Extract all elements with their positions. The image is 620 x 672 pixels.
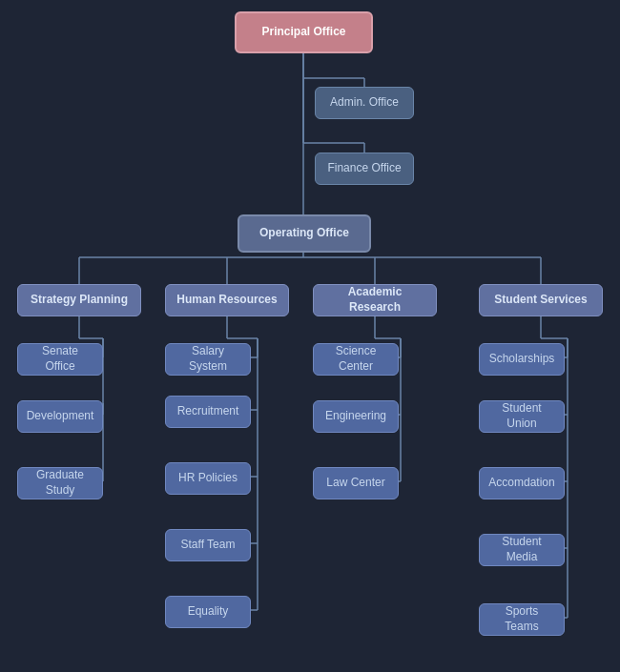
development-label: Development — [27, 409, 94, 424]
hr-policies-label: HR Policies — [178, 471, 238, 486]
student-union-node: Student Union — [479, 400, 565, 433]
academic-dept-node: Academic Research — [313, 284, 437, 316]
strategy-dept-label: Strategy Planning — [31, 293, 128, 308]
scholarships-label: Scholarships — [489, 352, 555, 367]
staff-team-label: Staff Team — [181, 538, 236, 553]
recruitment-label: Recruitment — [177, 404, 239, 419]
finance-office-label: Finance Office — [327, 161, 401, 176]
senate-office-label: Senate Office — [26, 344, 94, 374]
law-center-label: Law Center — [326, 476, 384, 491]
student-dept-node: Student Services — [479, 284, 603, 316]
equality-node: Equality — [165, 596, 251, 628]
admin-office-label: Admin. Office — [330, 95, 399, 111]
salary-system-node: Salary System — [165, 343, 251, 376]
sports-teams-label: Sports Teams — [487, 604, 556, 634]
student-union-label: Student Union — [487, 401, 556, 431]
hr-dept-label: Human Resources — [176, 293, 277, 308]
senate-office-node: Senate Office — [17, 343, 103, 376]
accomdation-node: Accomdation — [479, 467, 565, 499]
engineering-node: Engineering — [313, 400, 399, 433]
operating-office-node: Operating Office — [238, 214, 371, 253]
academic-dept-label: Academic Research — [321, 285, 428, 315]
science-center-node: Science Center — [313, 343, 399, 376]
accomdation-label: Accomdation — [488, 476, 554, 491]
student-dept-label: Student Services — [494, 293, 587, 308]
scholarships-node: Scholarships — [479, 343, 565, 376]
principal-office-label: Principal Office — [261, 25, 345, 40]
student-media-node: Student Media — [479, 534, 565, 566]
engineering-label: Engineering — [325, 409, 386, 424]
graduate-study-label: Graduate Study — [26, 468, 94, 498]
org-chart: Principal Office Admin. Office Finance O… — [0, 0, 620, 29]
salary-system-label: Salary System — [174, 344, 242, 374]
finance-office-node: Finance Office — [315, 153, 414, 185]
development-node: Development — [17, 400, 103, 433]
student-media-label: Student Media — [487, 535, 556, 564]
sports-teams-node: Sports Teams — [479, 603, 565, 636]
strategy-dept-node: Strategy Planning — [17, 284, 141, 316]
connector-lines — [0, 0, 620, 672]
equality-label: Equality — [188, 604, 229, 620]
operating-office-label: Operating Office — [259, 226, 349, 241]
staff-team-node: Staff Team — [165, 529, 251, 561]
graduate-study-node: Graduate Study — [17, 467, 103, 499]
hr-policies-node: HR Policies — [165, 462, 251, 495]
hr-dept-node: Human Resources — [165, 284, 289, 316]
admin-office-node: Admin. Office — [315, 87, 414, 119]
recruitment-node: Recruitment — [165, 396, 251, 428]
science-center-label: Science Center — [321, 344, 390, 374]
principal-office-node: Principal Office — [235, 11, 373, 53]
law-center-node: Law Center — [313, 467, 399, 499]
